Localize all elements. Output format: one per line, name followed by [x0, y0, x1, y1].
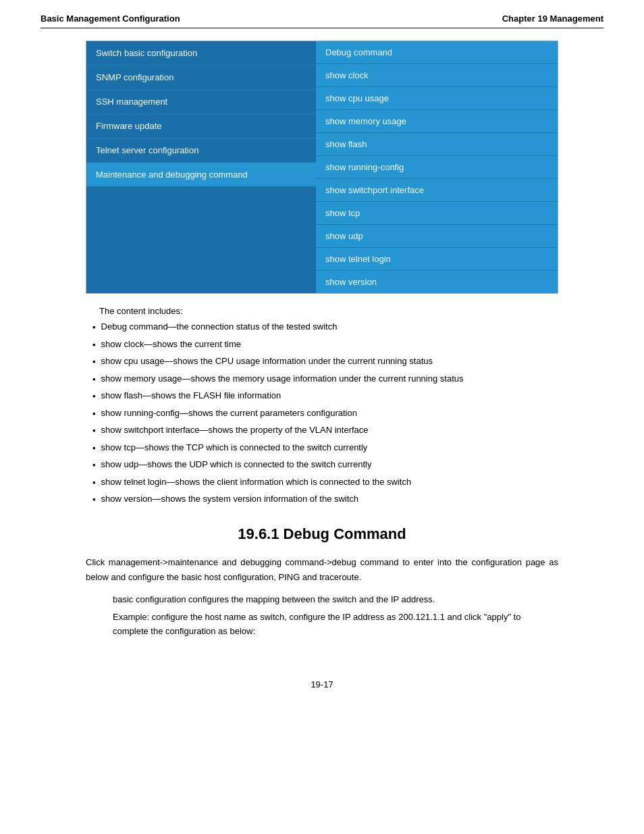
menu-right-item-8[interactable]: show udp	[316, 225, 558, 248]
page-header: Basic Management Configuration Chapter 1…	[41, 14, 603, 28]
bullet-item-8: show udp—shows the UDP which is connecte…	[92, 458, 558, 472]
menu-right-item-6[interactable]: show switchport interface	[316, 179, 558, 202]
menu-left-item-5[interactable]: Maintenance and debugging command	[86, 163, 316, 186]
bullet-item-4: show flash—shows the FLASH file informat…	[92, 389, 558, 403]
menu-container: Switch basic configurationSNMP configura…	[86, 41, 558, 294]
bullet-item-7: show tcp—shows the TCP which is connecte…	[92, 441, 558, 455]
section-title: 19.6.1 Debug Command	[86, 525, 558, 543]
page-footer: 19-17	[41, 679, 603, 689]
menu-right-item-2[interactable]: show cpu usage	[316, 87, 558, 110]
section-note2: Example: configure the host name as swit…	[86, 610, 558, 639]
section-note1: basic configuration configures the mappi…	[86, 593, 558, 607]
bullet-item-9: show telnet login—shows the client infor…	[92, 475, 558, 490]
section-paragraph1: Click management->maintenance and debugg…	[86, 555, 558, 585]
menu-right-item-5[interactable]: show running-config	[316, 156, 558, 179]
menu-left: Switch basic configurationSNMP configura…	[86, 41, 316, 293]
menu-right-item-10[interactable]: show version	[316, 271, 558, 293]
bullet-item-2: show cpu usage—shows the CPU usage infor…	[92, 355, 558, 369]
menu-left-item-2[interactable]: SSH management	[86, 90, 316, 114]
menu-right-item-9[interactable]: show telnet login	[316, 248, 558, 271]
bullet-item-1: show clock—shows the current time	[92, 338, 558, 352]
menu-right-item-3[interactable]: show memory usage	[316, 110, 558, 133]
menu-left-item-3[interactable]: Firmware update	[86, 114, 316, 138]
bullet-item-0: Debug command—the connection status of t…	[92, 320, 558, 334]
content-intro: The content includes:	[86, 306, 558, 316]
bullet-item-5: show running-config—shows the current pa…	[92, 407, 558, 421]
menu-right: Debug commandshow clockshow cpu usagesho…	[316, 41, 558, 293]
menu-left-item-0[interactable]: Switch basic configuration	[86, 41, 316, 66]
bullet-item-6: show switchport interface—shows the prop…	[92, 423, 558, 438]
menu-left-item-1[interactable]: SNMP configuration	[86, 66, 316, 90]
bullet-item-3: show memory usage—shows the memory usage…	[92, 372, 558, 386]
menu-right-item-7[interactable]: show tcp	[316, 202, 558, 225]
page-number: 19-17	[311, 679, 333, 689]
content-section: The content includes: Debug command—the …	[86, 306, 558, 639]
bullet-list: Debug command—the connection status of t…	[86, 320, 558, 506]
menu-right-item-1[interactable]: show clock	[316, 64, 558, 87]
menu-right-item-0[interactable]: Debug command	[316, 41, 558, 64]
header-left: Basic Management Configuration	[41, 14, 180, 24]
bullet-item-10: show version—shows the system version in…	[92, 492, 558, 506]
menu-right-item-4[interactable]: show flash	[316, 133, 558, 156]
header-right: Chapter 19 Management	[502, 14, 603, 24]
menu-left-item-4[interactable]: Telnet server configuration	[86, 138, 316, 163]
